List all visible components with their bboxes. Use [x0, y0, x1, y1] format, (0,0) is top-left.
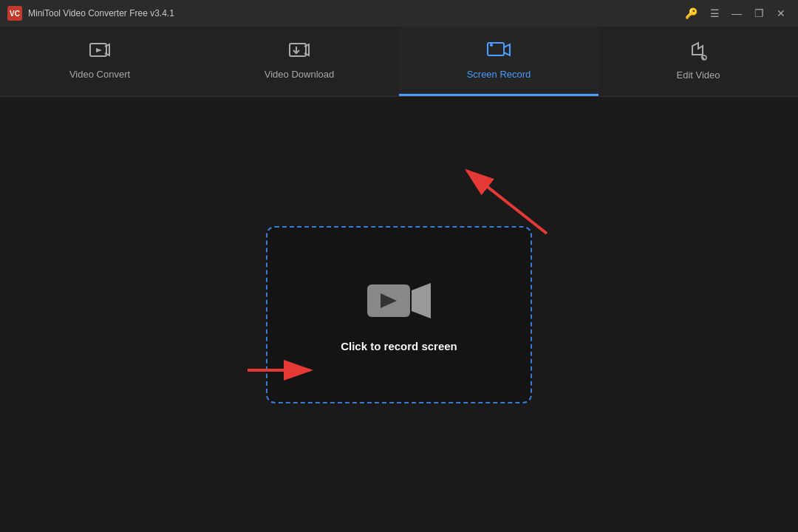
tab-video-convert-label: Video Convert	[69, 69, 130, 80]
tab-video-download-label: Video Download	[265, 69, 334, 80]
camera-icon-wrap	[366, 277, 432, 325]
close-button[interactable]: ✕	[771, 4, 791, 22]
camera-icon	[366, 277, 432, 325]
video-convert-icon	[89, 41, 111, 63]
record-area[interactable]: Click to record screen	[266, 226, 532, 403]
app-title: MiniTool Video Converter Free v3.4.1	[28, 8, 174, 18]
svg-point-4	[490, 44, 493, 47]
window-controls: 🔑 ☰ — ❐ ✕	[685, 4, 791, 22]
record-label: Click to record screen	[341, 340, 457, 352]
app-logo: VC	[7, 6, 22, 21]
edit-video-icon	[688, 40, 709, 64]
tab-edit-video[interactable]: Edit Video	[598, 27, 798, 96]
svg-rect-1	[290, 44, 306, 56]
key-icon: 🔑	[685, 7, 698, 19]
tab-edit-video-label: Edit Video	[676, 69, 720, 81]
nav-tabs: Video Convert Video Download Screen Reco…	[0, 27, 798, 97]
maximize-button[interactable]: ❐	[749, 4, 768, 22]
screen-record-icon	[487, 41, 511, 63]
tab-screen-record[interactable]: Screen Record	[399, 27, 598, 96]
tab-video-convert[interactable]: Video Convert	[0, 27, 200, 96]
tab-screen-record-label: Screen Record	[467, 69, 531, 80]
minimize-button[interactable]: —	[727, 4, 746, 22]
svg-marker-9	[412, 283, 431, 318]
title-bar-left: VC MiniTool Video Converter Free v3.4.1	[7, 6, 174, 21]
video-download-icon	[288, 41, 310, 63]
svg-line-12	[467, 171, 547, 233]
hamburger-button[interactable]: ☰	[705, 4, 724, 22]
main-content: Click to record screen	[0, 97, 798, 532]
tab-video-download[interactable]: Video Download	[200, 27, 399, 96]
title-bar: VC MiniTool Video Converter Free v3.4.1 …	[0, 0, 798, 27]
